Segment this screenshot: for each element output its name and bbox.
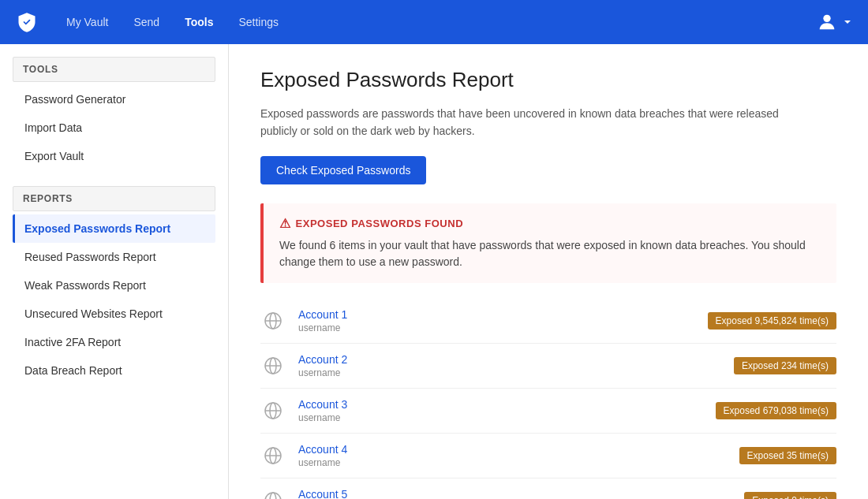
user-menu[interactable] xyxy=(816,11,852,33)
account-name[interactable]: Account 5 xyxy=(298,488,731,499)
globe-icon xyxy=(260,308,286,333)
svg-point-13 xyxy=(265,493,281,499)
svg-point-14 xyxy=(270,493,276,499)
account-row: Account 1 username Exposed 9,545,824 tim… xyxy=(260,299,836,344)
exposed-badge: Exposed 234 time(s) xyxy=(734,357,836,374)
page-title: Exposed Passwords Report xyxy=(260,68,836,92)
account-username: username xyxy=(298,322,695,333)
account-list: Account 1 username Exposed 9,545,824 tim… xyxy=(260,299,836,499)
account-row: Account 2 username Exposed 234 time(s) xyxy=(260,344,836,389)
exposed-badge: Exposed 679,038 time(s) xyxy=(716,402,836,419)
globe-icon xyxy=(260,353,286,378)
sidebar-item-export-vault[interactable]: Export Vault xyxy=(13,142,215,170)
main-layout: TOOLS Password Generator Import Data Exp… xyxy=(0,44,868,499)
account-info: Account 1 username xyxy=(298,308,695,333)
check-exposed-passwords-button[interactable]: Check Exposed Passwords xyxy=(260,156,426,184)
account-name[interactable]: Account 1 xyxy=(298,308,695,321)
page-description: Exposed passwords are passwords that hav… xyxy=(260,105,813,140)
top-navigation: My Vault Send Tools Settings xyxy=(0,0,868,44)
globe-icon xyxy=(260,488,286,499)
sidebar: TOOLS Password Generator Import Data Exp… xyxy=(0,44,229,499)
warning-icon: ⚠ xyxy=(279,216,291,231)
tools-header: TOOLS xyxy=(13,57,215,82)
sidebar-item-password-generator[interactable]: Password Generator xyxy=(13,85,215,114)
tools-section: TOOLS Password Generator Import Data Exp… xyxy=(13,57,215,170)
account-username: username xyxy=(298,412,703,423)
main-content: Exposed Passwords Report Exposed passwor… xyxy=(229,44,868,499)
sidebar-item-unsecured-websites[interactable]: Unsecured Websites Report xyxy=(13,300,215,328)
account-name[interactable]: Account 3 xyxy=(298,398,703,411)
globe-icon xyxy=(260,398,286,423)
account-info: Account 5 username xyxy=(298,488,731,499)
account-row: Account 3 username Exposed 679,038 time(… xyxy=(260,389,836,434)
account-info: Account 4 username xyxy=(298,443,727,468)
sidebar-item-weak-passwords[interactable]: Weak Passwords Report xyxy=(13,271,215,300)
exposed-badge: Exposed 9 time(s) xyxy=(744,492,836,499)
sidebar-item-import-data[interactable]: Import Data xyxy=(13,114,215,142)
account-username: username xyxy=(298,457,727,468)
alert-box: ⚠ EXPOSED PASSWORDS FOUND We found 6 ite… xyxy=(260,203,836,283)
sidebar-item-exposed-passwords[interactable]: Exposed Passwords Report xyxy=(13,214,215,243)
alert-body: We found 6 items in your vault that have… xyxy=(279,237,821,270)
nav-tools[interactable]: Tools xyxy=(175,11,223,33)
sidebar-item-data-breach[interactable]: Data Breach Report xyxy=(13,356,215,385)
globe-icon xyxy=(260,443,286,468)
reports-section: REPORTS Exposed Passwords Report Reused … xyxy=(13,186,215,385)
alert-title: ⚠ EXPOSED PASSWORDS FOUND xyxy=(279,216,821,231)
nav-send[interactable]: Send xyxy=(124,11,169,33)
logo xyxy=(16,11,38,33)
account-name[interactable]: Account 2 xyxy=(298,353,721,366)
account-info: Account 2 username xyxy=(298,353,721,378)
account-row: Account 4 username Exposed 35 time(s) xyxy=(260,434,836,479)
nav-my-vault[interactable]: My Vault xyxy=(57,11,118,33)
account-username: username xyxy=(298,367,721,378)
account-info: Account 3 username xyxy=(298,398,703,423)
nav-links: My Vault Send Tools Settings xyxy=(57,11,816,33)
svg-point-0 xyxy=(823,15,830,22)
account-name[interactable]: Account 4 xyxy=(298,443,727,456)
reports-header: REPORTS xyxy=(13,186,215,211)
exposed-badge: Exposed 9,545,824 time(s) xyxy=(708,312,836,330)
nav-settings[interactable]: Settings xyxy=(229,11,288,33)
exposed-badge: Exposed 35 time(s) xyxy=(739,447,836,464)
account-row: Account 5 username Exposed 9 time(s) xyxy=(260,479,836,499)
sidebar-item-inactive-2fa[interactable]: Inactive 2FA Report xyxy=(13,328,215,356)
sidebar-item-reused-passwords[interactable]: Reused Passwords Report xyxy=(13,243,215,271)
